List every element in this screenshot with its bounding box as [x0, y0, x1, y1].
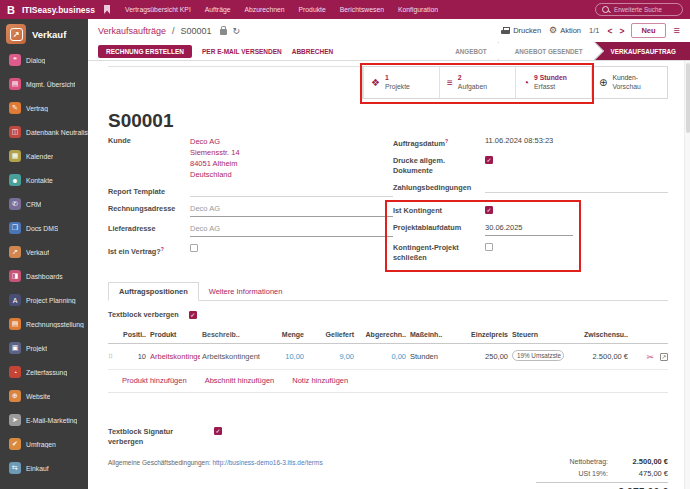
tasks-smart-button[interactable]: ≡ 2Aufgaben [439, 67, 515, 98]
project-expiry-input[interactable]: 30.06.2025 [485, 223, 573, 236]
send-email-button[interactable]: PER E-MAIL VERSENDEN [202, 48, 282, 55]
lock-icon[interactable] [220, 29, 227, 35]
sidebar-item-verkauf[interactable]: ↗Verkauf [0, 240, 88, 264]
delivery-address-input[interactable]: Deco AG [190, 224, 393, 237]
menu-vertragsuebersicht-kpi[interactable]: Vertragsübersicht KPI [119, 6, 197, 13]
textblock-verbergen-checkbox[interactable] [189, 311, 197, 319]
add-note-link[interactable]: Notiz hinzufügen [292, 376, 348, 385]
docs-icon: ❒ [9, 222, 21, 234]
refresh-icon[interactable]: ↻ [233, 26, 241, 36]
pager-next-icon[interactable]: > [619, 26, 623, 36]
search-icon [602, 6, 610, 14]
cancel-button[interactable]: ABBRECHEN [292, 48, 334, 55]
top-navbar: B ITISeasy.business Vertragsübersicht KP… [0, 0, 690, 19]
field-rechnungsadresse: Rechnungsadresse Deco AG [108, 204, 393, 217]
sidebar-item-project-planning[interactable]: AProject Planning [0, 288, 88, 312]
overview-icon: ▤ [9, 78, 21, 90]
table-header: Positi.. Produkt Beschreib.. Menge Gelie… [108, 326, 668, 344]
search-placeholder: Erweiterte Suche [614, 6, 662, 13]
action-bar: RECHNUNG ERSTELLEN PER E-MAIL VERSENDEN … [88, 42, 690, 61]
add-product-link[interactable]: Produkt hinzufügen [122, 376, 187, 385]
gear-icon: ⚙ [549, 26, 557, 35]
print-button[interactable]: Drucken [501, 26, 541, 35]
field-kunde: Kunde Deco AG Siemensstr. 14 84051 Althe… [108, 136, 393, 180]
create-invoice-button[interactable]: RECHNUNG ERSTELLEN [98, 45, 192, 58]
purchase-icon: ⇆ [9, 462, 21, 474]
survey-icon: ✔ [9, 438, 21, 450]
menu-toggle-icon[interactable]: ≡ [674, 25, 680, 36]
menu-abzurechnen[interactable]: Abzurechnen [238, 6, 290, 13]
website-icon: ⊕ [9, 390, 21, 402]
sidebar-item-docs-dms[interactable]: ❒Docs DMS [0, 216, 88, 240]
sidebar-item-vertrag[interactable]: ✎Vertrag [0, 96, 88, 120]
projects-smart-button[interactable]: ❖ 1Projekte [363, 67, 439, 98]
ist-kontingent-checkbox[interactable] [485, 206, 493, 214]
menu-produkte[interactable]: Produkte [293, 6, 332, 13]
contract-icon: ✎ [9, 102, 21, 114]
sidebar: ↗ Verkauf ❝Dialog ▤Mgmt. Übersicht ✎Vert… [0, 19, 88, 489]
table-row[interactable]: ⠿ 10 Arbeitskontingent Arbeitskontingent… [108, 344, 668, 370]
contacts-icon: ☻ [9, 174, 21, 186]
sidebar-item-datenbank-neutralisierung[interactable]: ◫Datenbank Neutralisie.. [0, 120, 88, 144]
scrollbar-thumb[interactable] [686, 63, 690, 133]
add-section-link[interactable]: Abschnitt hinzufügen [205, 376, 275, 385]
breadcrumb-parent[interactable]: Verkaufsaufträge [98, 26, 166, 36]
field-textblock-verbergen: Textblock verbergen [108, 310, 668, 320]
field-auftragsdatum: Auftragsdatum? 11.06.2024 08:53:23 [393, 136, 668, 149]
sidebar-item-zeiterfassung[interactable]: ◔Zeiterfassung [0, 360, 88, 384]
menu-berichtswesen[interactable]: Berichtswesen [334, 6, 390, 13]
ist-ein-vertrag-checkbox[interactable] [190, 244, 198, 252]
customer-preview-smart-button[interactable]: ⊕ Kunden-Vorschau [591, 67, 667, 98]
payment-terms-input[interactable] [485, 183, 668, 193]
planning-icon: A [9, 294, 21, 306]
sidebar-item-umfragen[interactable]: ✔Umfragen [0, 432, 88, 456]
sidebar-item-dashboards[interactable]: ◨Dashboards [0, 264, 88, 288]
kontingent-schliessen-checkbox[interactable] [485, 243, 493, 251]
form-sheet: ❖ 1Projekte ≡ 2Aufgaben ◔ 9 StundenErfas… [88, 61, 690, 489]
new-button[interactable]: Neu [631, 23, 665, 38]
drag-handle-icon[interactable]: ⠿ [108, 353, 122, 361]
sidebar-item-kalender[interactable]: ▦Kalender [0, 144, 88, 168]
report-template-input[interactable] [190, 187, 393, 197]
field-kontingent-schliessen: Kontingent-Projekt schließen [393, 243, 573, 263]
record-title: S00001 [108, 110, 668, 132]
hours-smart-button[interactable]: ◔ 9 StundenErfasst [515, 67, 591, 98]
product-link[interactable]: Arbeitskontingent [150, 352, 200, 361]
tab-weitere-informationen[interactable]: Weitere Informationen [199, 283, 293, 300]
sidebar-item-crm[interactable]: ✆CRM [0, 192, 88, 216]
dashboard-icon: ◨ [9, 270, 21, 282]
action-button[interactable]: ⚙Aktion [549, 26, 581, 35]
signatur-verbergen-checkbox[interactable] [214, 427, 222, 435]
search-input[interactable]: Erweiterte Suche [595, 3, 683, 16]
sidebar-item-website[interactable]: ⊕Website [0, 384, 88, 408]
crm-icon: ✆ [9, 198, 21, 210]
help-icon: ? [161, 246, 164, 252]
sidebar-item-projekt[interactable]: ▣Projekt [0, 336, 88, 360]
status-step-angebot[interactable]: ANGEBOT [439, 42, 499, 60]
totals-block: Nettobetrag: 2.500,00 € USt 19%: 475,00 … [536, 455, 668, 489]
sidebar-item-mgmt-uebersicht[interactable]: ▤Mgmt. Übersicht [0, 72, 88, 96]
pager-prev-icon[interactable]: < [607, 26, 611, 36]
split-line-icon[interactable]: ✂ [646, 352, 654, 362]
menu-auftraege[interactable]: Aufträge [199, 6, 237, 13]
tab-auftragspositionen[interactable]: Auftragspositionen [108, 282, 199, 301]
timesheet-icon: ◔ [9, 366, 21, 378]
drucke-dokumente-checkbox[interactable] [485, 156, 493, 164]
sidebar-item-kontakte[interactable]: ☻Kontakte [0, 168, 88, 192]
invoice-address-input[interactable]: Deco AG [190, 204, 393, 217]
sidebar-item-rechnungsstellung[interactable]: ▤Rechnungsstellung [0, 312, 88, 336]
sidebar-item-email-marketing[interactable]: ➤E-Mail-Marketing [0, 408, 88, 432]
calendar-icon: ▦ [9, 150, 21, 162]
terms-link[interactable]: http://business-demo16-3.itis.de/terms [212, 459, 322, 466]
status-step-angebot-gesendet[interactable]: ANGEBOT GESENDET [499, 42, 595, 60]
breadcrumb-bar: Verkaufsaufträge / S00001 ↻ Drucken ⚙Akt… [88, 19, 690, 42]
bookmark-icon[interactable] [104, 5, 110, 14]
sidebar-item-dialog[interactable]: ❝Dialog [0, 48, 88, 72]
status-step-verkaufsauftrag[interactable]: VERKAUFSAUFTRAG [595, 42, 690, 60]
external-link-icon[interactable]: ↗ [660, 353, 668, 361]
menu-konfiguration[interactable]: Konfiguration [392, 6, 444, 13]
sidebar-item-einkauf[interactable]: ⇆Einkauf [0, 456, 88, 480]
scrollbar[interactable] [684, 61, 690, 489]
sidebar-app-verkauf[interactable]: ↗ Verkauf [0, 19, 88, 48]
customer-address[interactable]: Deco AG Siemensstr. 14 84051 Altheim Deu… [190, 136, 393, 180]
